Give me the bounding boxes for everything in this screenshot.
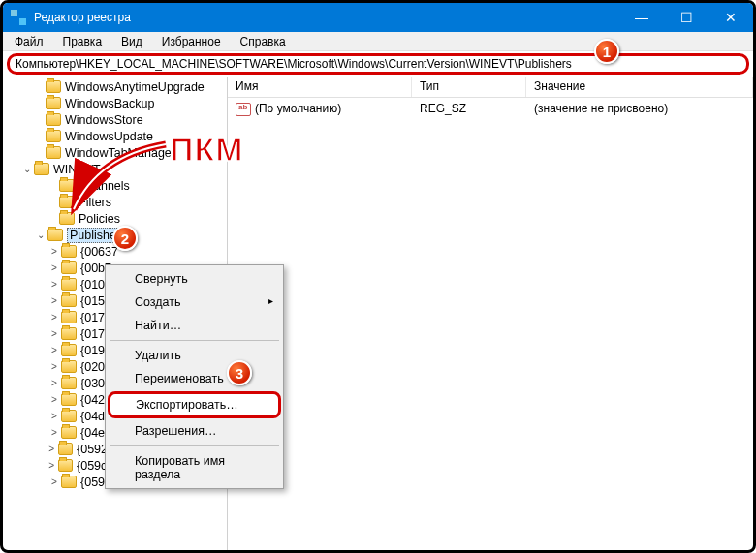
- menu-favorites[interactable]: Избранное: [154, 33, 229, 50]
- folder-icon: [61, 393, 77, 406]
- chevron-icon[interactable]: >: [47, 476, 61, 487]
- folder-icon: [59, 196, 75, 208]
- tree-item-label: WindowsBackup: [65, 97, 154, 110]
- col-value[interactable]: Значение: [526, 77, 753, 97]
- regedit-icon: [11, 10, 26, 25]
- folder-icon: [46, 97, 61, 109]
- ctx-permissions[interactable]: Разрешения…: [108, 419, 281, 443]
- folder-icon: [46, 130, 61, 142]
- folder-icon: [61, 261, 77, 274]
- tree-item-label: WindowTabManager: [65, 146, 175, 160]
- tree-item[interactable]: WindowsStore: [3, 111, 227, 128]
- ctx-collapse[interactable]: Свернуть: [108, 267, 281, 291]
- tree-item[interactable]: WindowsAnytimeUpgrade: [3, 78, 227, 95]
- ctx-copykey[interactable]: Копировать имя раздела: [108, 449, 281, 486]
- chevron-icon[interactable]: >: [47, 312, 61, 323]
- chevron-icon[interactable]: >: [47, 394, 61, 405]
- folder-icon: [61, 426, 77, 439]
- tree-item-label: Policies: [79, 212, 120, 226]
- menu-view[interactable]: Вид: [113, 33, 150, 50]
- folder-icon: [34, 163, 49, 175]
- chevron-icon[interactable]: ⌄: [34, 230, 47, 240]
- tree-item[interactable]: Filters: [3, 194, 227, 210]
- tree-item-label: WindowsAnytimeUpgrade: [65, 80, 205, 94]
- tree-item[interactable]: WindowsBackup: [3, 95, 227, 111]
- tree-item[interactable]: Channels: [3, 177, 227, 194]
- ctx-rename[interactable]: Переименовать: [108, 367, 281, 390]
- folder-icon: [61, 360, 77, 373]
- folder-icon: [61, 410, 77, 422]
- chevron-icon[interactable]: ⌄: [20, 164, 34, 174]
- folder-icon: [46, 113, 61, 126]
- chevron-icon[interactable]: >: [47, 246, 61, 257]
- address-bar[interactable]: Компьютер\HKEY_LOCAL_MACHINE\SOFTWARE\Mi…: [7, 53, 749, 75]
- folder-icon: [58, 443, 73, 455]
- ctx-find[interactable]: Найти…: [108, 314, 281, 337]
- chevron-icon[interactable]: >: [46, 444, 58, 454]
- folder-icon: [47, 229, 63, 241]
- folder-icon: [61, 476, 77, 488]
- chevron-icon[interactable]: >: [47, 295, 61, 306]
- callout-2: 2: [112, 226, 138, 251]
- tree-item-label: WINEVT: [53, 163, 101, 176]
- list-header: Имя Тип Значение: [228, 77, 753, 98]
- folder-icon: [46, 80, 61, 93]
- window-title: Редактор реестра: [34, 11, 131, 24]
- chevron-icon[interactable]: >: [47, 345, 61, 355]
- chevron-icon[interactable]: >: [47, 378, 61, 388]
- window-controls: — ☐ ✕: [619, 3, 753, 32]
- context-menu: Свернуть Создать Найти… Удалить Переимен…: [105, 264, 284, 489]
- menubar: Файл Правка Вид Избранное Справка: [3, 32, 753, 51]
- folder-icon: [61, 311, 77, 323]
- tree-item-label: Channels: [79, 179, 130, 193]
- value-type: REG_SZ: [412, 100, 526, 118]
- chevron-icon[interactable]: >: [47, 427, 61, 438]
- chevron-icon[interactable]: >: [47, 262, 61, 273]
- menu-file[interactable]: Файл: [7, 33, 51, 50]
- ctx-create[interactable]: Создать: [108, 291, 281, 314]
- list-panel[interactable]: Имя Тип Значение (По умолчанию) REG_SZ (…: [228, 77, 753, 551]
- menu-edit[interactable]: Правка: [55, 33, 110, 50]
- callout-1: 1: [594, 39, 619, 64]
- col-name[interactable]: Имя: [228, 77, 412, 97]
- col-type[interactable]: Тип: [412, 77, 526, 97]
- annotation-rclick-label: ПКМ: [170, 131, 244, 169]
- tree-item-label: WindowsStore: [65, 113, 143, 127]
- close-button[interactable]: ✕: [709, 3, 753, 32]
- ctx-separator: [110, 445, 279, 446]
- folder-icon: [61, 344, 77, 356]
- minimize-button[interactable]: —: [619, 3, 664, 32]
- string-value-icon: [236, 103, 251, 116]
- callout-3: 3: [227, 360, 252, 385]
- folder-icon: [58, 459, 73, 472]
- tree-item-label: Filters: [79, 196, 111, 209]
- ctx-export[interactable]: Экспортировать…: [108, 391, 281, 418]
- folder-icon: [61, 327, 77, 340]
- address-path: Компьютер\HKEY_LOCAL_MACHINE\SOFTWARE\Mi…: [16, 57, 572, 71]
- chevron-icon[interactable]: >: [46, 460, 58, 471]
- tree-item-label: WindowsUpdate: [65, 130, 153, 143]
- folder-icon: [46, 146, 61, 159]
- chevron-icon[interactable]: >: [47, 361, 61, 372]
- folder-icon: [61, 278, 77, 291]
- value-data: (значение не присвоено): [526, 100, 753, 118]
- folder-icon: [59, 179, 75, 192]
- ctx-separator: [110, 340, 279, 341]
- folder-icon: [61, 377, 77, 389]
- folder-icon: [61, 294, 77, 307]
- chevron-icon[interactable]: >: [47, 411, 61, 421]
- maximize-button[interactable]: ☐: [664, 3, 709, 32]
- chevron-icon[interactable]: >: [47, 328, 61, 339]
- folder-icon: [61, 245, 77, 258]
- menu-help[interactable]: Справка: [233, 33, 294, 50]
- tree-item[interactable]: Policies: [3, 210, 227, 227]
- value-name: (По умолчанию): [255, 102, 341, 115]
- ctx-delete[interactable]: Удалить: [108, 344, 281, 367]
- chevron-icon[interactable]: >: [47, 279, 61, 290]
- folder-icon: [59, 212, 75, 225]
- tree-item-label: {00637: [80, 245, 118, 259]
- list-row[interactable]: (По умолчанию) REG_SZ (значение не присв…: [228, 98, 753, 120]
- titlebar: Редактор реестра — ☐ ✕: [3, 3, 753, 32]
